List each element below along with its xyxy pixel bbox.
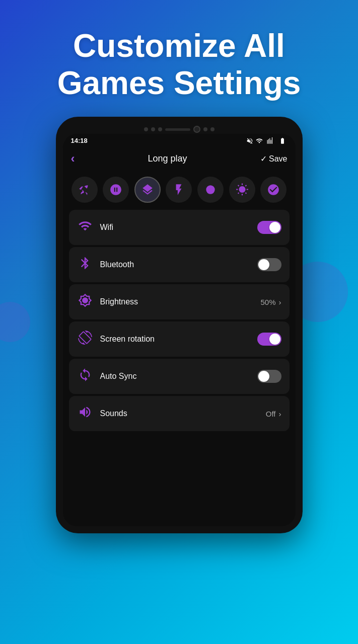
sounds-setting-icon [78,405,92,419]
setting-bluetooth-left: Bluetooth [77,256,134,273]
torch-icon [236,183,249,196]
rotation-setting-icon [78,331,92,345]
rotation-toggle-knob [269,334,280,345]
wifi-toggle[interactable] [257,221,281,234]
rocket-icon [78,183,91,196]
phone-sensors [63,124,296,134]
flash-icon [172,183,185,196]
tab-flash[interactable] [166,177,192,203]
wifi-status-icon [255,137,263,144]
wifi-setting-icon [78,219,92,233]
hero-title: Customize All Games Settings [0,28,358,102]
tab-drop[interactable] [103,177,129,203]
sounds-value: Off [266,410,276,418]
tab-torch[interactable] [229,177,255,203]
wifi-label: Wifi [100,223,114,232]
brightness-icon [77,293,93,310]
sensor-dot-5 [210,127,214,131]
rotation-control [257,333,281,346]
sounds-label: Sounds [100,409,127,418]
svg-point-0 [206,186,214,194]
hero-section: Customize All Games Settings [0,0,358,117]
setting-wifi[interactable]: Wifi [69,210,290,245]
header-title: Long play [148,153,187,164]
setting-wifi-left: Wifi [77,219,114,236]
brightness-value: 50% [260,298,275,306]
battery-status-icon [277,137,288,144]
setting-rotation-left: Screen rotation [77,331,155,348]
bluetooth-toggle[interactable] [257,258,281,271]
signal-icon [265,137,275,144]
setting-auto-sync[interactable]: Auto Sync [69,359,290,394]
tab-layers[interactable] [134,177,161,203]
sync-icon [77,368,93,385]
rotation-icon [77,331,93,348]
tab-settings2[interactable] [260,177,287,203]
setting-brightness[interactable]: Brightness 50% › [69,284,290,319]
phone-screen: 14:18 [63,134,296,526]
brightness-chevron: › [279,298,281,306]
settings-list: Wifi [63,210,296,431]
sensor-dot-3 [158,127,162,131]
rotation-toggle[interactable] [257,333,281,346]
sensor-dot-2 [151,127,155,131]
bluetooth-control [257,258,281,271]
brightness-label: Brightness [100,297,138,306]
bluetooth-setting-icon [78,256,92,270]
brightness-control: 50% › [260,298,281,306]
save-button[interactable]: ✓ Save [260,154,288,164]
sync-toggle-knob [258,371,269,382]
tab-record[interactable] [197,177,224,203]
phone-wrapper: 14:18 [0,117,358,533]
setting-sync-left: Auto Sync [77,368,137,385]
sync-toggle[interactable] [257,370,281,383]
wifi-toggle-knob [269,222,280,233]
phone-mockup: 14:18 [56,117,303,533]
sensor-dot-4 [203,127,207,131]
app-header: ‹ Long play ✓ Save [63,146,296,172]
sync-label: Auto Sync [100,372,137,381]
gear-icon [267,183,280,196]
front-camera [193,126,200,133]
layers-icon [141,183,154,196]
record-icon [204,183,217,196]
wifi-icon [77,219,93,236]
sounds-control: Off › [266,410,281,418]
sensor-dot-left [144,127,148,131]
setting-brightness-left: Brightness [77,293,138,310]
bluetooth-toggle-knob [258,259,269,270]
speaker-grille [165,128,190,131]
mute-icon [246,137,253,144]
setting-sounds[interactable]: Sounds Off › [69,396,290,431]
brightness-setting-icon [78,293,92,307]
sounds-icon [77,405,93,422]
sync-control [257,370,281,383]
status-time: 14:18 [71,137,88,144]
bluetooth-icon [77,256,93,273]
wifi-control [257,221,281,234]
setting-sounds-left: Sounds [77,405,127,422]
setting-bluetooth[interactable]: Bluetooth [69,247,290,282]
status-bar: 14:18 [63,134,296,146]
sounds-chevron: › [279,410,281,418]
rotation-label: Screen rotation [100,335,155,344]
icon-tabs-row [63,172,296,210]
setting-screen-rotation[interactable]: Screen rotation [69,321,290,357]
back-button[interactable]: ‹ [71,151,75,166]
drop-icon [109,183,122,196]
sync-setting-icon [78,368,92,382]
bluetooth-label: Bluetooth [100,260,134,269]
status-icons [246,137,288,144]
tab-rocket[interactable] [71,177,98,203]
